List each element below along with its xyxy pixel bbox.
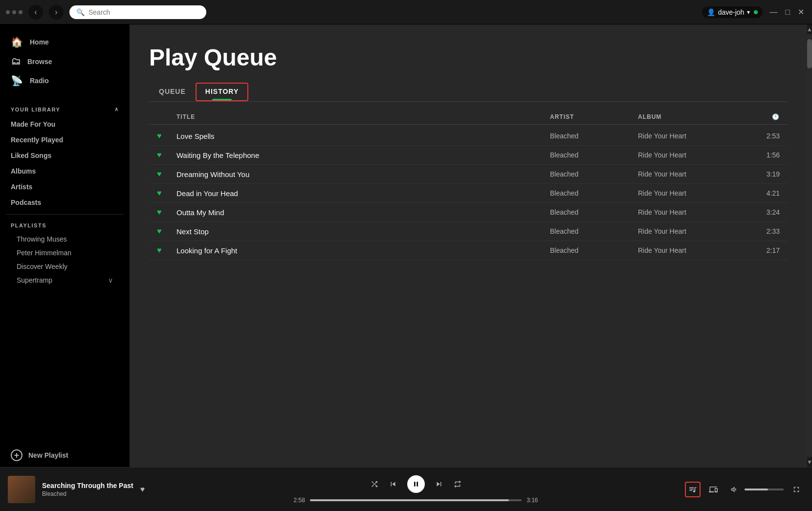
heart-icon[interactable]: ♥ bbox=[157, 170, 176, 178]
next-button[interactable] bbox=[435, 480, 443, 489]
track-table: TITLE ARTIST ALBUM 🕐 ♥ Love Spells Bleac… bbox=[149, 110, 788, 260]
playlist-scroll-down[interactable]: ∨ bbox=[108, 276, 113, 284]
track-duration: 1:56 bbox=[746, 151, 780, 159]
track-artist: Bleached bbox=[550, 227, 638, 235]
sidebar-scroll-area: YOUR LIBRARY ∧ Made For You Recently Pla… bbox=[0, 98, 130, 444]
heart-icon[interactable]: ♥ bbox=[157, 189, 176, 198]
pause-button[interactable] bbox=[407, 475, 425, 493]
table-row[interactable]: ♥ Dead in Your Head Bleached Ride Your H… bbox=[149, 184, 788, 203]
sidebar-item-made-for-you[interactable]: Made For You bbox=[6, 116, 124, 132]
sidebar-playlist-peter-himmelman[interactable]: Peter Himmelman bbox=[6, 246, 124, 260]
titlebar-left: ‹ › 🔍 bbox=[6, 5, 206, 20]
track-title: Love Spells bbox=[176, 132, 550, 140]
now-playing-bar: Searching Through the Past Bleached ♥ 2:… bbox=[0, 467, 812, 511]
volume-icon[interactable] bbox=[726, 482, 742, 497]
volume-control[interactable] bbox=[726, 482, 784, 497]
app-dots-menu[interactable] bbox=[6, 10, 22, 14]
table-row[interactable]: ♥ Looking for A Fight Bleached Ride Your… bbox=[149, 241, 788, 260]
user-menu-button[interactable]: 👤 dave-joh ▾ bbox=[702, 6, 763, 18]
sidebar-item-radio[interactable]: 📡 Radio bbox=[6, 71, 124, 90]
search-bar[interactable]: 🔍 bbox=[69, 5, 206, 19]
sidebar-item-radio-label: Radio bbox=[30, 77, 49, 85]
table-row[interactable]: ♥ Love Spells Bleached Ride Your Heart 2… bbox=[149, 127, 788, 146]
heart-icon[interactable]: ♥ bbox=[157, 246, 176, 255]
table-row[interactable]: ♥ Outta My Mind Bleached Ride Your Heart… bbox=[149, 203, 788, 222]
content-area: Play Queue QUEUE HISTORY TITLE ARTIST AL… bbox=[130, 24, 812, 467]
sidebar-item-recently-played[interactable]: Recently Played bbox=[6, 132, 124, 148]
progress-bar[interactable] bbox=[310, 499, 522, 501]
maximize-button[interactable]: □ bbox=[783, 7, 792, 17]
track-duration: 3:24 bbox=[746, 208, 780, 216]
track-artist: Bleached bbox=[550, 246, 638, 254]
col-header-album: ALBUM bbox=[638, 113, 746, 120]
np-controls bbox=[370, 475, 462, 493]
np-artist: Bleached bbox=[42, 490, 133, 497]
np-center: 2:58 3:16 bbox=[164, 475, 667, 504]
window-controls: — □ ✕ bbox=[768, 7, 806, 17]
volume-track[interactable] bbox=[745, 489, 784, 490]
sidebar-playlist-throwing-muses[interactable]: Throwing Muses bbox=[6, 232, 124, 246]
previous-button[interactable] bbox=[389, 480, 397, 489]
np-progress: 2:58 3:16 bbox=[294, 497, 538, 504]
right-scrollbar[interactable]: ▲ ▼ bbox=[807, 24, 812, 467]
minimize-button[interactable]: — bbox=[768, 7, 779, 17]
main-content: Play Queue QUEUE HISTORY TITLE ARTIST AL… bbox=[130, 24, 807, 467]
heart-icon[interactable]: ♥ bbox=[157, 227, 176, 236]
home-icon: 🏠 bbox=[11, 36, 23, 48]
table-row[interactable]: ♥ Dreaming Without You Bleached Ride You… bbox=[149, 165, 788, 184]
tab-history[interactable]: HISTORY bbox=[196, 83, 248, 101]
track-table-header: TITLE ARTIST ALBUM 🕐 bbox=[149, 110, 788, 125]
sidebar-library-items: Made For You Recently Played Liked Songs… bbox=[0, 116, 130, 210]
sidebar-playlist-supertramp[interactable]: Supertramp ∨ bbox=[6, 273, 124, 287]
radio-icon: 📡 bbox=[11, 75, 23, 87]
table-row[interactable]: ♥ Waiting By the Telephone Bleached Ride… bbox=[149, 146, 788, 165]
heart-icon[interactable]: ♥ bbox=[157, 132, 176, 140]
track-album: Ride Your Heart bbox=[638, 189, 746, 197]
sidebar-item-home[interactable]: 🏠 Home bbox=[6, 32, 124, 52]
search-input[interactable] bbox=[88, 8, 199, 16]
scrollbar-track[interactable] bbox=[807, 34, 812, 457]
scrollbar-down-arrow[interactable]: ▼ bbox=[807, 457, 812, 467]
track-title: Outta My Mind bbox=[176, 208, 550, 217]
nav-forward-button[interactable]: › bbox=[49, 5, 64, 20]
sidebar: 🏠 Home 🗂 Browse 📡 Radio YOUR LIBRARY ∧ M… bbox=[0, 24, 130, 467]
np-right bbox=[667, 482, 804, 497]
heart-icon[interactable]: ♥ bbox=[157, 151, 176, 159]
main-layout: 🏠 Home 🗂 Browse 📡 Radio YOUR LIBRARY ∧ M… bbox=[0, 24, 812, 467]
nav-back-button[interactable]: ‹ bbox=[28, 5, 43, 20]
np-album-art bbox=[8, 476, 35, 503]
heart-icon[interactable]: ♥ bbox=[157, 208, 176, 217]
tab-divider bbox=[149, 101, 788, 102]
sidebar-item-albums[interactable]: Albums bbox=[6, 163, 124, 179]
np-heart-icon[interactable]: ♥ bbox=[140, 485, 145, 494]
track-title: Dreaming Without You bbox=[176, 170, 550, 178]
track-duration: 2:33 bbox=[746, 227, 780, 235]
sidebar-item-artists[interactable]: Artists bbox=[6, 179, 124, 195]
track-duration: 4:21 bbox=[746, 189, 780, 197]
new-playlist-button[interactable]: + New Playlist bbox=[0, 444, 130, 467]
sidebar-item-podcasts[interactable]: Podcasts bbox=[6, 195, 124, 210]
scrollbar-up-arrow[interactable]: ▲ bbox=[807, 24, 812, 34]
sidebar-item-browse[interactable]: 🗂 Browse bbox=[6, 52, 124, 71]
devices-button[interactable] bbox=[705, 482, 721, 497]
scrollbar-thumb[interactable] bbox=[807, 39, 812, 68]
shuffle-button[interactable] bbox=[370, 480, 379, 489]
dropdown-icon: ▾ bbox=[747, 9, 750, 16]
table-row[interactable]: ♥ Next Stop Bleached Ride Your Heart 2:3… bbox=[149, 222, 788, 241]
sidebar-playlist-discover-weekly[interactable]: Discover Weekly bbox=[6, 260, 124, 273]
close-button[interactable]: ✕ bbox=[796, 7, 806, 17]
tabs-container: QUEUE HISTORY bbox=[149, 83, 788, 101]
col-header-artist: ARTIST bbox=[550, 113, 638, 120]
library-chevron[interactable]: ∧ bbox=[114, 106, 119, 112]
tab-queue[interactable]: QUEUE bbox=[149, 83, 196, 101]
titlebar: ‹ › 🔍 👤 dave-joh ▾ — □ ✕ bbox=[0, 0, 812, 24]
fullscreen-button[interactable] bbox=[789, 482, 804, 497]
titlebar-right: 👤 dave-joh ▾ — □ ✕ bbox=[702, 6, 806, 18]
track-artist: Bleached bbox=[550, 208, 638, 216]
queue-button[interactable] bbox=[685, 482, 701, 497]
sidebar-item-liked-songs[interactable]: Liked Songs bbox=[6, 148, 124, 163]
repeat-button[interactable] bbox=[453, 480, 462, 489]
track-album: Ride Your Heart bbox=[638, 227, 746, 235]
track-artist: Bleached bbox=[550, 132, 638, 140]
sidebar-divider bbox=[6, 214, 124, 215]
